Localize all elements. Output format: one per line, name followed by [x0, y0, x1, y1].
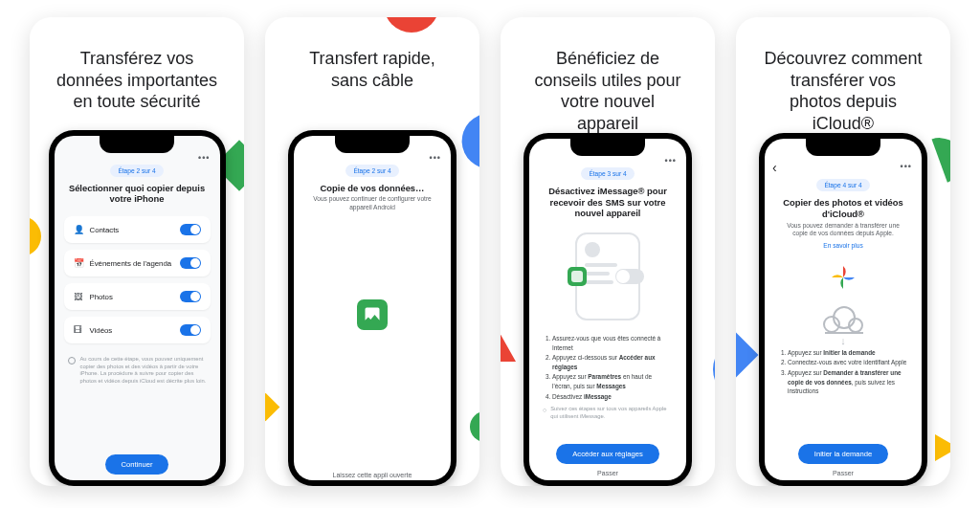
- phone-notch: [806, 139, 880, 156]
- list-item: Appuyez sur Demander à transférer une co…: [788, 368, 908, 396]
- google-photos-icon: [828, 262, 858, 293]
- more-icon[interactable]: •••: [901, 166, 914, 169]
- list-item: Appuyez sur Paramètres en haut de l'écra…: [552, 372, 673, 390]
- phone-mockup: ••• Étape 2 sur 4 Copie de vos données… …: [288, 130, 457, 486]
- list-item: Connectez-vous avec votre identifiant Ap…: [788, 358, 908, 367]
- deco-yellow-triangle: [935, 434, 950, 461]
- more-icon[interactable]: •••: [198, 157, 212, 161]
- card-headline: Bénéficiez de conseils utiles pour votre…: [515, 17, 700, 133]
- open-settings-button[interactable]: Accéder aux réglages: [556, 444, 658, 464]
- continue-button[interactable]: Continuer: [105, 454, 169, 475]
- screen-subtitle: Vous pouvez demander à transférer une co…: [765, 222, 922, 238]
- info-note: Au cours de cette étape, vous pouvez uni…: [55, 350, 220, 390]
- deco-red-triangle: [501, 331, 516, 362]
- toggle-label: Contacts: [90, 226, 180, 234]
- screen-title: Copier des photos et vidéos d'iCloud®: [765, 191, 922, 222]
- datatype-icon: 🖼: [74, 292, 83, 301]
- toggle-switch[interactable]: [180, 224, 201, 235]
- phone-notch: [100, 136, 174, 153]
- off-toggle-icon: [615, 269, 644, 284]
- deco-green-circle: [470, 411, 479, 442]
- card-headline: Découvrez comment transférer vos photos …: [745, 17, 941, 133]
- screenshot-card-4: Découvrez comment transférer vos photos …: [736, 17, 950, 486]
- deco-yellow-circle: [30, 216, 41, 256]
- toggle-row[interactable]: 🎞Vidéos: [64, 317, 211, 343]
- back-icon[interactable]: ‹: [772, 160, 777, 175]
- deco-blue-halfcircle: [713, 339, 715, 400]
- deco-blue-diamond: [736, 323, 759, 386]
- step-pill: Étape 2 sur 4: [345, 165, 398, 177]
- step-pill: Étape 3 sur 4: [581, 167, 634, 180]
- toggle-row[interactable]: 📅Événements de l'agenda: [64, 250, 211, 276]
- screenshot-card-1: Transférez vos données importantes en to…: [30, 17, 244, 486]
- imessage-icon: [568, 267, 587, 286]
- screenshot-card-3: Bénéficiez de conseils utiles pour votre…: [501, 17, 715, 486]
- icloud-download-icon: ↓: [819, 306, 867, 337]
- step-pill: Étape 4 sur 4: [816, 179, 869, 191]
- skip-button[interactable]: Passer: [529, 464, 686, 480]
- datatype-icon: 🎞: [74, 325, 83, 335]
- screen-title: Sélectionner quoi copier depuis votre iP…: [55, 177, 220, 208]
- more-icon[interactable]: •••: [665, 160, 679, 164]
- imessage-illustration: [575, 232, 640, 320]
- learn-more-link[interactable]: En savoir plus: [765, 238, 922, 249]
- initiate-request-button[interactable]: Initier la demande: [798, 444, 888, 464]
- card-headline: Transférez vos données importantes en to…: [37, 17, 236, 128]
- deco-blue-halfcircle: [454, 105, 479, 166]
- phone-mockup: ‹ ••• Étape 4 sur 4 Copier des photos et…: [759, 133, 927, 486]
- instruction-list: Appuyez sur Initier la demandeConnectez-…: [765, 342, 922, 397]
- deco-yellow-diamond: [265, 393, 279, 422]
- card-headline: Transfert rapide, sans câble: [290, 17, 454, 128]
- list-item: Appuyez ci-dessous sur Accéder aux régla…: [552, 353, 673, 371]
- toggle-switch[interactable]: [180, 257, 201, 269]
- toggle-label: Événements de l'agenda: [90, 259, 180, 268]
- toggle-label: Photos: [90, 293, 180, 301]
- keep-open-note: Laissez cette appli ouverte: [294, 472, 451, 480]
- more-icon[interactable]: •••: [430, 157, 443, 161]
- screen-title: Désactivez iMessage® pour recevoir des S…: [529, 180, 686, 221]
- toggle-switch[interactable]: [180, 324, 201, 336]
- phone-mockup: ••• Étape 2 sur 4 Sélectionner quoi copi…: [49, 130, 226, 486]
- phone-notch: [335, 136, 410, 153]
- deco-green-halfcircle: [932, 131, 950, 182]
- photo-progress-icon: [357, 299, 388, 330]
- screenshot-card-2: Transfert rapide, sans câble ••• Étape 2…: [265, 17, 479, 486]
- datatype-icon: 👤: [74, 225, 83, 234]
- step-pill: Étape 2 sur 4: [110, 165, 163, 177]
- datatype-icon: 📅: [74, 258, 83, 268]
- toggle-list: 👤Contacts📅Événements de l'agenda🖼Photos🎞…: [55, 207, 220, 350]
- screen-title: Copie de vos données…: [294, 177, 451, 196]
- toggle-switch[interactable]: [180, 291, 201, 302]
- info-icon: [68, 357, 76, 364]
- phone-mockup: ••• Étape 3 sur 4 Désactivez iMessage® p…: [523, 133, 692, 486]
- toggle-row[interactable]: 👤Contacts: [64, 216, 211, 243]
- screen-subtitle: Vous pouvez continuer de configurer votr…: [294, 195, 451, 211]
- phone-notch: [570, 139, 645, 156]
- toggle-row[interactable]: 🖼Photos: [64, 283, 211, 310]
- instruction-footnote: ○ Suivez ces étapes sur tous vos apparei…: [529, 402, 686, 420]
- list-item: Assurez-vous que vous êtes connecté à In…: [552, 334, 673, 352]
- list-item: Désactivez iMessage: [552, 392, 673, 402]
- toggle-label: Vidéos: [90, 326, 180, 335]
- list-item: Appuyez sur Initier la demande: [788, 348, 908, 358]
- skip-button[interactable]: Passer: [765, 464, 922, 480]
- instruction-list: Assurez-vous que vous êtes connecté à In…: [529, 328, 686, 402]
